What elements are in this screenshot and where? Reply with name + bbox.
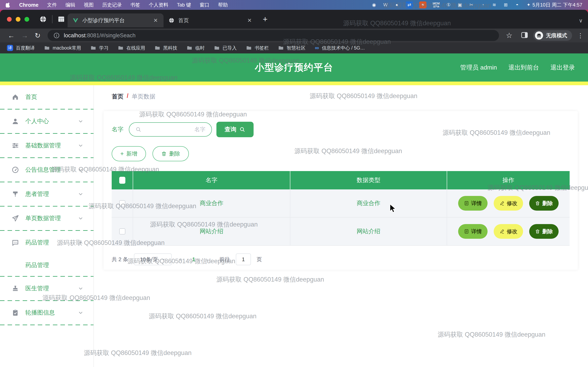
sidebar-item[interactable]: 医生管理 [0, 277, 94, 300]
site-header: 小型诊疗预约平台 管理员 admin退出到前台退出登录 [0, 53, 588, 82]
bookmark-item[interactable]: 学习 [90, 45, 108, 51]
menubar-item[interactable]: 历史记录 [102, 2, 122, 8]
menubar-item[interactable]: 窗口 [200, 2, 209, 8]
wacom-icon[interactable]: W [383, 1, 388, 8]
chevron-down-icon [78, 167, 84, 173]
sidebar-item[interactable]: 单页数据管理 [0, 207, 94, 230]
site-info-icon[interactable] [53, 32, 60, 39]
siri-icon[interactable]: ✦ [526, 1, 531, 8]
search-input-wrapper [129, 122, 212, 137]
memory-monitor-icon[interactable]: MEM87% [433, 1, 440, 8]
sidebar: 首页个人中心基础数据管理公告信息管理患者管理单页数据管理药品管理药品管理医生管理… [0, 85, 94, 367]
page-size-select[interactable]: 10条/页 [134, 253, 172, 265]
prev-page-button[interactable]: ‹ [177, 256, 184, 263]
modify-button[interactable]: 修改 [494, 196, 523, 211]
tab-strip: 小型诊疗预约平台✕首页✕ + ∨ [0, 10, 588, 29]
current-page-number[interactable]: 1 [190, 256, 198, 263]
browser-menu-icon[interactable]: ⋮ [577, 32, 584, 39]
delete-button[interactable]: 删除 [153, 146, 189, 161]
query-button[interactable]: 查询 [216, 122, 254, 137]
bookmark-item[interactable]: 已导入 [214, 45, 237, 51]
side-panel-icon[interactable] [521, 32, 528, 39]
row-checkbox[interactable] [119, 200, 125, 206]
back-button[interactable]: ← [8, 32, 15, 40]
profile-globe-icon[interactable] [39, 16, 47, 23]
menubar-clock[interactable]: 5月10日 周二 下午4:57 [532, 2, 582, 8]
row-checkbox[interactable] [119, 228, 125, 234]
select-all-checkbox[interactable] [119, 177, 125, 184]
add-button[interactable]: + 新增 [112, 146, 146, 161]
detail-button[interactable]: 详情 [458, 224, 488, 239]
folder-icon [90, 45, 96, 51]
menubar-item[interactable]: 书签 [130, 2, 140, 8]
chevron-down-icon [78, 118, 84, 124]
maximize-window-button[interactable] [25, 17, 29, 22]
breadcrumb-separator: / [127, 92, 129, 99]
header-link[interactable]: 管理员 admin [460, 63, 497, 72]
breadcrumb-home[interactable]: 首页 [112, 92, 123, 101]
next-page-button[interactable]: › [204, 256, 210, 263]
bookmark-item[interactable]: macbook常用 [44, 45, 81, 51]
bookmark-item[interactable]: 黑科技 [155, 45, 177, 51]
notification-icon[interactable]: ● [394, 1, 399, 8]
menubar-item[interactable]: 帮助 [218, 2, 228, 8]
sidebar-item-label: 单页数据管理 [25, 214, 78, 222]
reload-button[interactable]: ↻ [35, 31, 41, 40]
remove-button[interactable]: 删除 [529, 224, 559, 239]
sidebar-item[interactable]: 轮播图信息 [0, 301, 94, 325]
windows-icon[interactable]: ▣ [457, 1, 463, 8]
bookmark-item[interactable]: 临时 [187, 45, 205, 51]
tab-close-icon[interactable]: ✕ [153, 17, 159, 24]
sidebar-item[interactable]: 患者管理 [0, 182, 94, 206]
bookmark-star-icon[interactable]: ☆ [506, 31, 512, 40]
menubar-item[interactable]: Tab 键 [177, 2, 191, 8]
address-bar[interactable]: localhost:8081/#/singleSeach [48, 30, 499, 41]
sidebar-item[interactable]: 基础数据管理 [0, 134, 94, 157]
bookmark-item[interactable]: ∞信息技术中心 / 5G… [315, 45, 365, 51]
screen-record-icon[interactable]: ◉ [371, 1, 377, 8]
user-switch-icon[interactable]: ◓ [515, 1, 520, 8]
bookmark-item[interactable]: 译百度翻译 [7, 45, 35, 51]
menubar-item[interactable]: 编辑 [65, 2, 75, 8]
bookmark-item[interactable]: 在线应用 [118, 45, 145, 51]
sidebar-subitem[interactable]: 药品管理 [0, 254, 94, 276]
menubar-item[interactable]: 视图 [84, 2, 94, 8]
search-input[interactable] [145, 126, 205, 133]
header-link[interactable]: 退出到前台 [508, 63, 539, 72]
search-field-label: 名字 [112, 125, 123, 133]
teamviewer-icon[interactable]: ⇄ [406, 1, 413, 8]
tab-search-icon[interactable] [58, 16, 65, 22]
header-link[interactable]: 退出登录 [550, 63, 575, 72]
sidebar-item[interactable]: 公告信息管理 [0, 158, 94, 182]
apple-menu-icon[interactable] [6, 2, 11, 8]
bookmark-item[interactable]: 书签栏 [246, 45, 269, 51]
close-window-button[interactable] [7, 17, 12, 22]
menubar-app-name[interactable]: Chrome [19, 2, 38, 8]
goto-page-input[interactable]: 1 [236, 253, 251, 265]
onepassword-icon[interactable]: ① [446, 1, 451, 8]
wifi-icon[interactable]: ≋ [492, 1, 497, 8]
bookmark-item[interactable]: 智慧社区 [278, 45, 305, 51]
sidebar-item[interactable]: 药品管理 [0, 231, 94, 254]
tab-list-chevron-icon[interactable]: ∨ [579, 17, 583, 24]
folder-icon [246, 45, 252, 51]
pagination: 共 2 条 10条/页 ‹ 1 › 前往 1 页 [112, 253, 578, 265]
new-tab-button[interactable]: + [263, 15, 268, 24]
minimize-window-button[interactable] [16, 17, 20, 22]
input-source-icon[interactable]: ⊞ [503, 1, 508, 8]
alfred-icon[interactable]: ✶ [419, 1, 426, 8]
forward-button[interactable]: → [21, 32, 28, 40]
clipper-icon[interactable]: ✂ [469, 1, 474, 8]
home-icon [11, 93, 19, 101]
remove-button[interactable]: 删除 [529, 196, 559, 211]
browser-tab[interactable]: 首页✕ [164, 13, 258, 27]
sidebar-item[interactable]: 个人中心 [0, 109, 94, 133]
clock-icon[interactable]: ◔ [480, 1, 485, 8]
modify-button[interactable]: 修改 [494, 224, 523, 239]
menubar-item[interactable]: 文件 [47, 2, 57, 8]
browser-tab[interactable]: 小型诊疗预约平台✕ [68, 13, 164, 27]
menubar-item[interactable]: 个人资料 [149, 2, 168, 8]
sidebar-item[interactable]: 首页 [0, 85, 94, 109]
tab-close-icon[interactable]: ✕ [246, 17, 252, 24]
detail-button[interactable]: 详情 [458, 196, 488, 211]
